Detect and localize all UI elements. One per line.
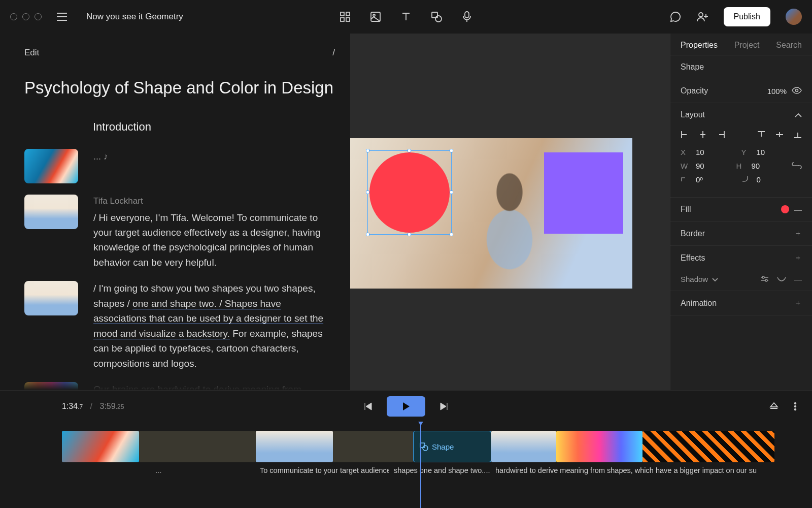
section-heading[interactable]: Introduction bbox=[93, 120, 335, 134]
y-label: Y bbox=[741, 148, 752, 156]
effect-visibility-icon[interactable] bbox=[777, 275, 786, 283]
publish-button[interactable]: Publish bbox=[724, 7, 770, 26]
transcript-text[interactable]: / Hi everyone, I'm Tifa. Welcome! To com… bbox=[93, 212, 321, 268]
align-top-icon[interactable] bbox=[757, 131, 765, 139]
chevron-up-icon[interactable] bbox=[795, 111, 802, 119]
timeline-clip[interactable] bbox=[333, 431, 413, 462]
shape-icon[interactable] bbox=[431, 12, 442, 22]
opacity-value[interactable]: 100% bbox=[767, 87, 787, 96]
mic-icon[interactable] bbox=[462, 11, 472, 22]
chevron-down-icon[interactable] bbox=[712, 275, 718, 283]
traffic-close[interactable] bbox=[10, 13, 17, 20]
slash-hint[interactable]: / bbox=[332, 48, 335, 58]
more-icon[interactable] bbox=[794, 402, 797, 411]
add-effect-icon[interactable]: ＋ bbox=[794, 253, 802, 263]
svg-point-10 bbox=[796, 89, 798, 91]
music-marker: ... ♪ bbox=[93, 151, 108, 162]
corner-radius-icon bbox=[741, 175, 752, 184]
traffic-minimize[interactable] bbox=[22, 13, 29, 20]
timeline-clip[interactable] bbox=[556, 431, 642, 462]
timeline-clip[interactable] bbox=[256, 431, 333, 462]
shadow-label[interactable]: Shadow bbox=[681, 275, 708, 283]
duration-fraction: .25 bbox=[116, 403, 124, 410]
fill-label: Fill bbox=[681, 205, 691, 214]
timecode[interactable]: 1:34.7 / 3:59.25 bbox=[62, 402, 124, 411]
text-icon[interactable] bbox=[401, 12, 411, 22]
image-icon[interactable] bbox=[370, 12, 381, 22]
clip-thumbnail[interactable] bbox=[24, 149, 78, 183]
duration: 3:59 bbox=[100, 402, 116, 410]
traffic-zoom[interactable] bbox=[35, 13, 42, 20]
grid-icon[interactable] bbox=[340, 12, 350, 22]
document-title[interactable]: Psychology of Shape and Color in Design bbox=[24, 77, 335, 98]
visibility-icon[interactable] bbox=[792, 87, 802, 96]
selection-box[interactable] bbox=[367, 150, 452, 235]
transcript-block[interactable]: / I'm going to show you two shapes you t… bbox=[93, 281, 335, 371]
align-left-icon[interactable] bbox=[681, 131, 689, 139]
h-value[interactable]: 90 bbox=[752, 162, 760, 170]
timeline-clip[interactable] bbox=[491, 431, 556, 462]
opacity-label: Opacity bbox=[681, 86, 708, 96]
remove-fill-icon[interactable]: — bbox=[794, 205, 802, 214]
fill-swatch[interactable] bbox=[781, 205, 789, 213]
link-dimensions-icon[interactable] bbox=[792, 162, 802, 170]
playhead[interactable] bbox=[420, 422, 421, 508]
tab-properties[interactable]: Properties bbox=[681, 41, 718, 50]
timeline[interactable]: Shape ... To communicate to your target … bbox=[0, 422, 812, 508]
alignment-controls bbox=[670, 126, 812, 141]
svg-point-5 bbox=[373, 14, 375, 16]
clip-thumbnail[interactable] bbox=[24, 281, 78, 315]
project-title[interactable]: Now you see it Geometry bbox=[86, 12, 183, 22]
rotation-value[interactable]: 0º bbox=[696, 175, 703, 184]
shape-square[interactable] bbox=[544, 152, 623, 234]
user-avatar[interactable] bbox=[786, 9, 802, 25]
align-right-icon[interactable] bbox=[717, 131, 725, 139]
timeline-clip[interactable] bbox=[642, 431, 774, 462]
edit-mode-label[interactable]: Edit bbox=[24, 48, 39, 58]
add-border-icon[interactable]: ＋ bbox=[794, 229, 802, 238]
skip-back-icon[interactable] bbox=[363, 402, 373, 411]
tab-project[interactable]: Project bbox=[734, 41, 760, 50]
align-hcenter-icon[interactable] bbox=[699, 131, 707, 139]
timeline-clip[interactable] bbox=[139, 431, 256, 462]
x-value[interactable]: 10 bbox=[696, 148, 704, 156]
comments-icon[interactable] bbox=[670, 11, 681, 22]
caption-segment[interactable]: hardwired to derive meaning from shapes,… bbox=[491, 463, 812, 478]
invite-icon[interactable] bbox=[696, 11, 708, 22]
add-animation-icon[interactable]: ＋ bbox=[794, 298, 802, 308]
svg-rect-2 bbox=[341, 18, 344, 21]
rotate-icon bbox=[681, 175, 691, 184]
y-value[interactable]: 10 bbox=[757, 148, 765, 156]
timeline-clip[interactable] bbox=[62, 431, 139, 462]
play-button[interactable] bbox=[387, 396, 425, 417]
transport-bar: 1:34.7 / 3:59.25 bbox=[0, 390, 812, 422]
clip-thumbnail[interactable] bbox=[24, 195, 78, 229]
canvas-panel[interactable] bbox=[350, 34, 670, 390]
eject-icon[interactable] bbox=[769, 402, 779, 411]
caption-segment[interactable]: shapes one and shape two.... bbox=[390, 463, 491, 478]
corner-radius-value[interactable]: 0 bbox=[757, 175, 761, 184]
main-area: Edit / Psychology of Shape and Color in … bbox=[0, 34, 812, 390]
effect-settings-icon[interactable] bbox=[761, 275, 769, 283]
svg-point-13 bbox=[794, 402, 796, 404]
remove-effect-icon[interactable]: — bbox=[794, 275, 802, 283]
current-time: 1:34 bbox=[62, 402, 78, 410]
svg-rect-1 bbox=[346, 12, 350, 16]
menu-icon[interactable] bbox=[57, 13, 67, 21]
shape-clip-label: Shape bbox=[432, 442, 454, 451]
svg-rect-0 bbox=[341, 12, 344, 16]
timeline-shape-clip[interactable]: Shape bbox=[413, 431, 491, 462]
tab-search[interactable]: Search bbox=[776, 41, 802, 50]
w-value[interactable]: 90 bbox=[696, 162, 704, 170]
caption-track[interactable]: ... To communicate to your target audien… bbox=[62, 463, 812, 478]
align-vcenter-icon[interactable] bbox=[775, 131, 784, 139]
animation-label: Animation bbox=[681, 299, 717, 308]
clip-track[interactable]: Shape bbox=[62, 431, 812, 462]
current-time-fraction: .7 bbox=[78, 403, 83, 410]
caption-segment[interactable]: To communicate to your target audience..… bbox=[256, 463, 390, 478]
align-bottom-icon[interactable] bbox=[794, 131, 802, 139]
transcript-block[interactable]: Tifa Lockhart / Hi everyone, I'm Tifa. W… bbox=[93, 195, 335, 270]
svg-point-9 bbox=[699, 13, 703, 17]
caption-segment[interactable]: ... bbox=[62, 463, 256, 478]
skip-forward-icon[interactable] bbox=[439, 402, 449, 411]
